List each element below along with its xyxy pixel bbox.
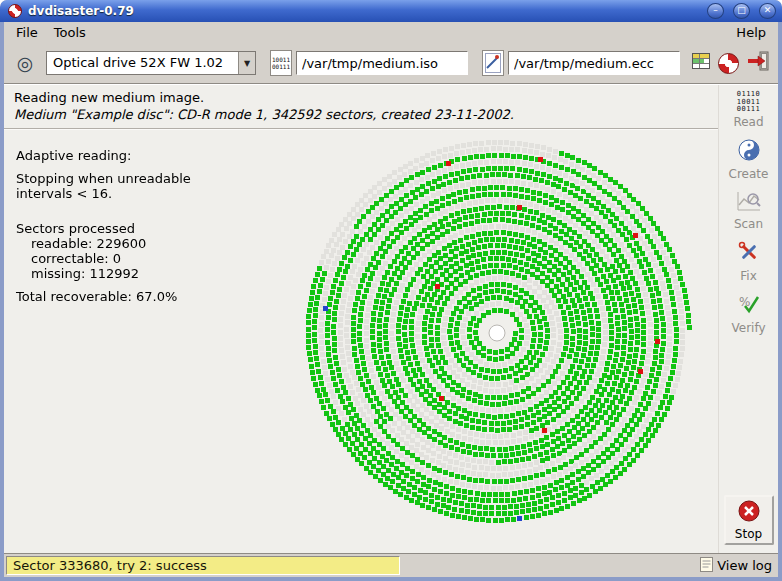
sectors-correctable: correctable: 0 — [31, 251, 191, 266]
maximize-button[interactable]: □ — [733, 3, 750, 19]
fix-button-label: Fix — [740, 269, 756, 283]
toolbar-right-group — [691, 50, 770, 76]
ecc-path-input[interactable] — [508, 51, 680, 75]
drawing-area: Adaptive reading: Stopping when unreadab… — [4, 130, 718, 553]
reading-info-block: Adaptive reading: Stopping when unreadab… — [16, 148, 191, 304]
read-button[interactable]: 01110 10011 00111 Read — [723, 88, 775, 132]
chevron-down-icon[interactable]: ▼ — [238, 52, 255, 74]
menu-file[interactable]: File — [8, 23, 46, 42]
view-log-button[interactable]: View log — [700, 557, 772, 575]
exit-door-icon[interactable] — [746, 50, 770, 76]
content-region: Reading new medium image. Medium "Exampl… — [4, 85, 778, 553]
fix-tools-icon — [737, 240, 761, 268]
scan-button[interactable]: Scan — [723, 187, 775, 234]
close-button[interactable]: ✕ — [759, 3, 776, 19]
adaptive-reading-title: Adaptive reading: — [16, 148, 191, 163]
menu-help[interactable]: Help — [728, 23, 774, 42]
create-yinyang-icon — [737, 138, 761, 166]
status-header: Reading new medium image. Medium "Exampl… — [4, 85, 718, 128]
binary-read-icon: 01110 10011 00111 — [737, 91, 761, 114]
scan-button-label: Scan — [734, 217, 763, 231]
stop-button-label: Stop — [735, 527, 762, 541]
sectors-readable: readable: 229600 — [31, 236, 191, 251]
read-button-label: Read — [733, 115, 763, 129]
image-file-icon: 10011 00111 — [270, 50, 292, 76]
verify-check-icon: % — [737, 292, 761, 320]
drive-select-value: Optical drive 52X FW 1.02 — [47, 52, 238, 74]
verify-button[interactable]: % Verify — [723, 289, 775, 338]
log-file-icon — [700, 557, 713, 575]
status-bar: Sector 333680, try 2: success View log — [4, 553, 778, 577]
action-sidebar: 01110 10011 00111 Read — [718, 85, 778, 553]
minimize-button[interactable]: – — [707, 3, 724, 19]
main-column: Reading new medium image. Medium "Exampl… — [4, 85, 718, 553]
window-title: dvdisaster-0.79 — [28, 4, 698, 18]
stopping-condition-line2: intervals < 16. — [16, 186, 191, 201]
iso-path-input[interactable] — [296, 51, 468, 75]
preferences-icon[interactable] — [691, 51, 711, 75]
drive-select[interactable]: Optical drive 52X FW 1.02 ▼ — [46, 51, 256, 75]
create-button[interactable]: Create — [723, 135, 775, 184]
image-file-icon-line: 10011 — [272, 56, 290, 63]
ecc-file-icon — [482, 50, 504, 76]
sectors-processed-title: Sectors processed — [16, 221, 191, 236]
stopping-condition-line1: Stopping when unreadable — [16, 171, 191, 186]
verify-button-label: Verify — [731, 321, 765, 335]
total-recoverable: Total recoverable: 67.0% — [16, 289, 191, 304]
scan-chart-icon — [736, 190, 762, 216]
title-bar[interactable]: dvdisaster-0.79 – □ ✕ — [0, 0, 782, 22]
view-log-label: View log — [717, 558, 772, 573]
menu-tools[interactable]: Tools — [46, 23, 94, 42]
create-button-label: Create — [729, 167, 769, 181]
app-logo-icon — [8, 4, 22, 18]
window-body: File Tools Help ◎ Optical drive 52X FW 1… — [4, 22, 778, 577]
stop-x-icon — [738, 500, 760, 526]
toolbar: ◎ Optical drive 52X FW 1.02 ▼ 10011 0011… — [4, 43, 778, 83]
menu-bar: File Tools Help — [4, 22, 778, 43]
stop-button[interactable]: Stop — [724, 495, 774, 545]
sectors-missing: missing: 112992 — [31, 266, 191, 281]
status-line-action: Reading new medium image. — [14, 90, 708, 105]
fix-button[interactable]: Fix — [723, 237, 775, 286]
image-file-icon-line: 00111 — [272, 63, 290, 70]
app-window: dvdisaster-0.79 – □ ✕ File Tools Help ◎ … — [0, 0, 782, 581]
status-line-medium: Medium "Example disc": CD-R mode 1, 3425… — [14, 107, 708, 122]
cd-drive-icon[interactable]: ◎ — [12, 50, 38, 76]
lifebuoy-help-icon[interactable] — [718, 53, 739, 74]
sector-status-message: Sector 333680, try 2: success — [6, 556, 400, 575]
